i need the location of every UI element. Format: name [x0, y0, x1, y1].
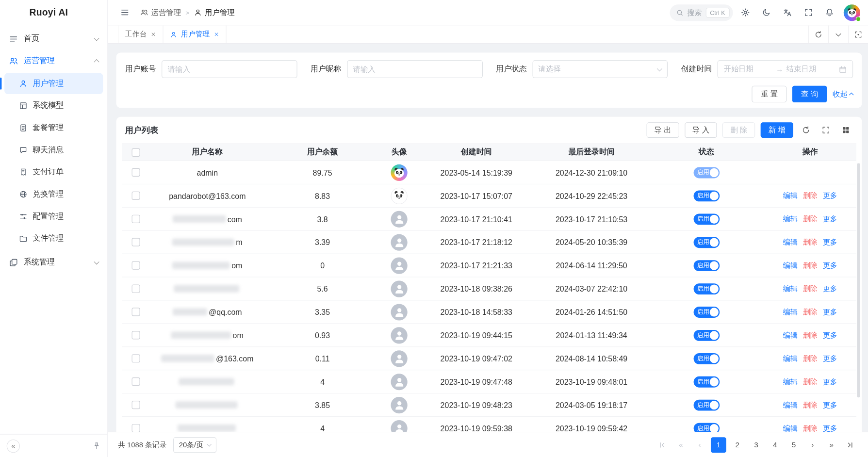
- row-checkbox[interactable]: [131, 215, 140, 223]
- breadcrumb-operations[interactable]: 运营管理: [140, 7, 181, 17]
- dark-mode-moon-icon[interactable]: [757, 3, 775, 21]
- sidebar-item-operations[interactable]: 运营管理: [0, 50, 107, 72]
- pin-icon[interactable]: [93, 441, 101, 450]
- more-link[interactable]: 更多: [823, 237, 837, 247]
- more-link[interactable]: 更多: [823, 214, 837, 224]
- table-scrollbar[interactable]: [857, 163, 860, 430]
- more-link[interactable]: 更多: [823, 400, 837, 410]
- user-avatar[interactable]: [844, 4, 860, 21]
- sidebar-item-system-model[interactable]: 系统模型: [4, 95, 103, 116]
- refresh-table-icon[interactable]: [799, 123, 813, 137]
- status-toggle[interactable]: 启用: [693, 329, 720, 341]
- prev-page-button[interactable]: ‹: [692, 437, 707, 453]
- next-10-pages-button[interactable]: »: [824, 437, 839, 453]
- delete-link[interactable]: 删除: [803, 400, 818, 410]
- status-toggle[interactable]: 启用: [693, 237, 720, 248]
- delete-link[interactable]: 删除: [803, 376, 818, 387]
- status-select[interactable]: 请选择: [532, 60, 668, 78]
- settings-gear-icon[interactable]: [736, 3, 754, 21]
- translate-icon[interactable]: [778, 3, 796, 21]
- account-input[interactable]: [162, 60, 297, 78]
- page-button-4[interactable]: 4: [767, 437, 783, 453]
- more-link[interactable]: 更多: [823, 353, 837, 363]
- add-button[interactable]: 新 增: [761, 122, 793, 138]
- status-toggle[interactable]: 启用: [693, 283, 720, 294]
- tab-menu-chevron-icon[interactable]: [828, 25, 848, 43]
- scrollbar-thumb[interactable]: [857, 163, 860, 398]
- status-toggle[interactable]: 启用: [693, 353, 720, 364]
- more-link[interactable]: 更多: [823, 423, 837, 432]
- first-page-button[interactable]: [655, 437, 670, 453]
- sidebar-item-home[interactable]: 首页: [0, 28, 107, 50]
- close-tab-icon[interactable]: [150, 32, 156, 37]
- more-link[interactable]: 更多: [823, 191, 837, 201]
- edit-link[interactable]: 编辑: [783, 353, 798, 363]
- status-toggle[interactable]: 启用: [693, 213, 720, 225]
- row-checkbox[interactable]: [131, 261, 140, 270]
- sidebar-item-file-management[interactable]: 文件管理: [4, 228, 103, 249]
- breadcrumb-user-management[interactable]: 用户管理: [194, 7, 234, 17]
- delete-button[interactable]: 删 除: [722, 122, 755, 138]
- edit-link[interactable]: 编辑: [783, 330, 798, 341]
- more-link[interactable]: 更多: [823, 307, 837, 317]
- delete-link[interactable]: 删除: [803, 284, 818, 294]
- fullscreen-icon[interactable]: [800, 3, 818, 21]
- more-link[interactable]: 更多: [823, 330, 837, 341]
- sidebar-item-config-management[interactable]: 配置管理: [4, 206, 103, 227]
- tab-workbench[interactable]: 工作台: [118, 25, 164, 43]
- table-fullscreen-icon[interactable]: [819, 123, 833, 137]
- more-link[interactable]: 更多: [823, 376, 837, 387]
- row-checkbox[interactable]: [131, 377, 140, 386]
- row-checkbox[interactable]: [131, 331, 140, 339]
- delete-link[interactable]: 删除: [803, 191, 818, 201]
- content-fullscreen-icon[interactable]: [848, 25, 868, 43]
- collapse-filter-link[interactable]: 收起: [833, 89, 853, 99]
- sidebar-item-chat-messages[interactable]: 聊天消息: [4, 140, 103, 161]
- delete-link[interactable]: 删除: [803, 330, 818, 341]
- hamburger-menu-icon[interactable]: [115, 3, 133, 21]
- row-checkbox[interactable]: [131, 308, 140, 316]
- reset-button[interactable]: 重 置: [752, 86, 787, 102]
- edit-link[interactable]: 编辑: [783, 214, 798, 224]
- select-all-checkbox[interactable]: [131, 148, 140, 156]
- sidebar-item-package-management[interactable]: 套餐管理: [4, 117, 103, 138]
- column-settings-icon[interactable]: [839, 123, 853, 137]
- export-button[interactable]: 导 出: [647, 122, 679, 138]
- edit-link[interactable]: 编辑: [783, 423, 798, 432]
- sidebar-item-system-management[interactable]: 系统管理: [0, 251, 107, 274]
- sidebar-item-user-management[interactable]: 用户管理: [4, 73, 103, 94]
- delete-link[interactable]: 删除: [803, 307, 818, 317]
- row-checkbox[interactable]: [131, 354, 140, 362]
- edit-link[interactable]: 编辑: [783, 376, 798, 387]
- edit-link[interactable]: 编辑: [783, 261, 798, 271]
- row-checkbox[interactable]: [131, 192, 140, 200]
- status-toggle[interactable]: 启用: [693, 399, 720, 410]
- tab-user-management[interactable]: 用户管理: [164, 25, 227, 43]
- sidebar-item-payment-orders[interactable]: 支付订单: [4, 162, 103, 182]
- page-button-3[interactable]: 3: [749, 437, 764, 453]
- sidebar-item-exchange-management[interactable]: 兑换管理: [4, 184, 103, 205]
- row-checkbox[interactable]: [131, 238, 140, 246]
- edit-link[interactable]: 编辑: [783, 307, 798, 317]
- more-link[interactable]: 更多: [823, 261, 837, 271]
- delete-link[interactable]: 删除: [803, 214, 818, 224]
- close-tab-icon[interactable]: [213, 32, 219, 37]
- row-checkbox[interactable]: [131, 401, 140, 409]
- status-toggle[interactable]: 启用: [693, 167, 720, 178]
- status-toggle[interactable]: 启用: [693, 260, 720, 271]
- delete-link[interactable]: 删除: [803, 353, 818, 363]
- status-toggle[interactable]: 启用: [693, 423, 720, 432]
- delete-link[interactable]: 删除: [803, 237, 818, 247]
- row-checkbox[interactable]: [131, 168, 140, 177]
- logo[interactable]: Ruoyi AI: [0, 0, 107, 25]
- status-toggle[interactable]: 启用: [693, 307, 720, 318]
- page-button-5[interactable]: 5: [786, 437, 802, 453]
- status-toggle[interactable]: 启用: [693, 190, 720, 201]
- edit-link[interactable]: 编辑: [783, 191, 798, 201]
- edit-link[interactable]: 编辑: [783, 284, 798, 294]
- search-button[interactable]: 查 询: [792, 86, 827, 102]
- edit-link[interactable]: 编辑: [783, 237, 798, 247]
- created-date-range-picker[interactable]: 开始日期 → 结束日期: [718, 60, 853, 78]
- notification-bell-icon[interactable]: [820, 3, 838, 21]
- last-page-button[interactable]: [843, 437, 858, 453]
